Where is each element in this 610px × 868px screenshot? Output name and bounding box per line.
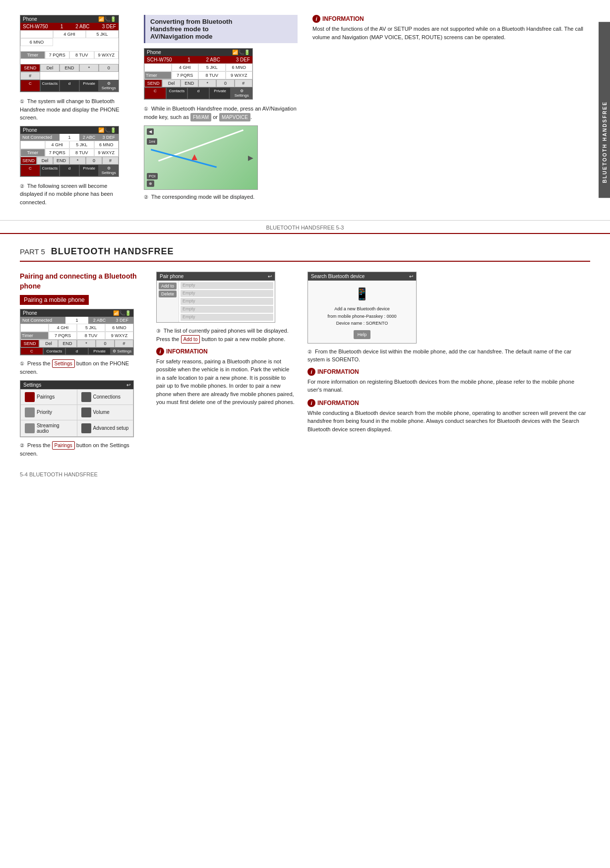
part-label: PART 5 bbox=[20, 247, 45, 256]
bl-2abc: 2 ABC bbox=[88, 317, 111, 324]
settings-close-icon[interactable]: ↩ bbox=[126, 382, 130, 388]
pm-5jkl: 5 JKL bbox=[198, 63, 226, 71]
top-col-middle: Converting from Bluetooth Handsfree mode… bbox=[144, 15, 298, 210]
subsection-label: Pairing a mobile phone bbox=[20, 295, 89, 305]
phone-2abc-1: 2 ABC bbox=[75, 24, 89, 29]
section-title: Pairing and connecting a Bluetooth phone bbox=[20, 272, 144, 291]
pairings-button[interactable]: Pairings bbox=[52, 441, 75, 450]
map-btn-zoom[interactable]: ⊕ bbox=[147, 180, 154, 187]
settings-advanced[interactable]: Advanced setup bbox=[77, 420, 133, 436]
nc-3def: 3 DEF bbox=[99, 134, 119, 141]
phone-ui-2: Phone 📶📞🔋 Not Connected 1 2 ABC 3 DEF 4 … bbox=[20, 126, 119, 177]
pm-1: 1 bbox=[187, 57, 190, 62]
nc-2abc: 2 ABC bbox=[79, 134, 99, 141]
top-step2-text: ② The following screen will become displ… bbox=[20, 182, 129, 207]
top-step1-text: ① The system will change to Bluetooth Ha… bbox=[20, 97, 129, 122]
pair-item-5: Empty bbox=[181, 314, 273, 321]
right-step1-text: From the Bluetooth device list within th… bbox=[307, 348, 571, 363]
pair-phone-header: Pair phone ↩ bbox=[157, 272, 275, 281]
settings-header-label: Settings bbox=[23, 382, 41, 388]
bl-star: * bbox=[77, 340, 96, 347]
phone-label-m: Phone bbox=[147, 50, 161, 55]
bl-timer: Timer 7 PQRS 8 TUV 9 WXYZ bbox=[20, 332, 133, 340]
bottom-section: PART 5 BLUETOOTH HANDSFREE Pairing and c… bbox=[0, 234, 610, 492]
settings-connections[interactable]: Connections bbox=[77, 390, 133, 405]
settings-volume[interactable]: Volume bbox=[77, 405, 133, 420]
pm-hash: # bbox=[235, 79, 252, 87]
info-title-text-1: INFORMATION bbox=[322, 15, 364, 22]
nc-8tuv: 8 TUV bbox=[69, 149, 94, 157]
delete-button[interactable]: Delete bbox=[159, 290, 177, 297]
phone-label-bl: Phone bbox=[23, 310, 37, 316]
phone-ui-bl: Phone 📶📞🔋 Not Connected 1 2 ABC 3 DEF 4 … bbox=[20, 309, 134, 355]
phone-header-1: Phone 📶📞🔋 bbox=[20, 15, 119, 23]
pair-phone-back-icon[interactable]: ↩ bbox=[268, 274, 272, 279]
fm-button[interactable]: FM/AM bbox=[190, 113, 211, 121]
cell-4ghi-1: 4 GHI bbox=[53, 30, 86, 38]
bl-contacts: Contacts bbox=[43, 347, 66, 355]
bl-e bbox=[20, 324, 49, 332]
step1-content: The system will change to Bluetooth Hand… bbox=[20, 98, 120, 120]
cell-0-1: 0 bbox=[99, 64, 119, 72]
phone-status-icons-1: 📶📞🔋 bbox=[98, 16, 116, 22]
map-voice-button[interactable]: MAPVOICE bbox=[219, 113, 250, 121]
settings-pairings[interactable]: Pairings bbox=[21, 390, 77, 405]
phone-3def-1: 3 DEF bbox=[102, 24, 116, 29]
phone-icons-m: 📶📞🔋 bbox=[232, 50, 250, 55]
mid-info-box: i INFORMATION For safety reasons, pairin… bbox=[156, 347, 295, 406]
mid-info-title-text: INFORMATION bbox=[166, 348, 208, 355]
map-btn-poi[interactable]: POI bbox=[147, 173, 158, 179]
bl-row1: 4 GHI 5 JKL 6 MNO bbox=[20, 324, 133, 332]
map-mockup: ◀ 1mi POI ⊕ ▲ ▶ bbox=[144, 125, 258, 190]
nc-6mno: 6 MNO bbox=[94, 141, 119, 149]
settings-button[interactable]: Settings bbox=[52, 359, 75, 368]
search-bt-back-icon[interactable]: ↩ bbox=[409, 274, 413, 279]
right-info-title-2: i INFORMATION bbox=[307, 399, 590, 407]
map-btn-back[interactable]: ◀ bbox=[147, 128, 154, 135]
connections-icon bbox=[81, 392, 91, 402]
bl-bottom: C Contacts d Private ⚙ Settings bbox=[20, 347, 133, 355]
bl-notconn: Not Connected 1 2 ABC 3 DEF bbox=[20, 317, 133, 324]
settings-streaming[interactable]: Streaming audio bbox=[21, 420, 77, 436]
top-col-left: Phone 📶📞🔋 SCH-W750 1 2 ABC 3 DEF 4 GHI 5… bbox=[20, 15, 129, 210]
bl-step-num-1: ① bbox=[20, 361, 24, 366]
pair-item-1: Empty bbox=[181, 282, 273, 289]
cell-9wxyz-1: 9 WXYZ bbox=[94, 51, 119, 59]
top-section: Phone 📶📞🔋 SCH-W750 1 2 ABC 3 DEF 4 GHI 5… bbox=[0, 0, 610, 221]
phone-header-2: Phone 📶📞🔋 bbox=[20, 126, 119, 134]
mid-step2: ② The corresponding mode will be display… bbox=[144, 193, 298, 201]
add-to-btn-inline[interactable]: Add to bbox=[181, 335, 200, 344]
phone-row-4-6-1: 4 GHI 5 JKL 6 MNO bbox=[20, 30, 119, 46]
step2-content: The following screen will become display… bbox=[20, 183, 113, 205]
bl-step1-t1: Press the bbox=[27, 360, 50, 366]
right-step1: ② From the Bluetooth device list within … bbox=[307, 347, 590, 364]
phone-num-1: 1 bbox=[61, 24, 63, 29]
info-icon-mid: i bbox=[156, 347, 164, 355]
priority-label: Priority bbox=[37, 409, 52, 415]
map-btn-1mi[interactable]: 1mi bbox=[147, 138, 157, 145]
phone-header-bl: Phone 📶📞🔋 bbox=[20, 309, 133, 317]
bl-end: END bbox=[58, 340, 77, 347]
pm-6mno: 6 MNO bbox=[226, 63, 253, 71]
pm-timer-row: Timer 7 PQRS 8 TUV 9 WXYZ bbox=[144, 71, 252, 79]
settings-priority[interactable]: Priority bbox=[21, 405, 77, 420]
three-col: Pairing and connecting a Bluetooth phone… bbox=[20, 272, 590, 462]
right-info-text-2: While conducting a Bluetooth device sear… bbox=[307, 409, 590, 434]
nc-0: 0 bbox=[86, 157, 102, 165]
not-conn-row: Not Connected 1 2 ABC 3 DEF bbox=[20, 134, 119, 141]
side-tab: BLUETOOTH HANDSFREE bbox=[599, 22, 610, 198]
converting-title: Converting from Bluetooth Handsfree mode… bbox=[150, 18, 293, 40]
phone-btn-row-1: SEND Del END * 0 # bbox=[20, 64, 119, 80]
bl-6mno: 6 MNO bbox=[105, 324, 133, 332]
search-bt-ui: Search Bluetooth device ↩ 📱 Add a new Bl… bbox=[307, 272, 417, 344]
pair-phone-ui: Pair phone ↩ Add to Delete Empty Empty E… bbox=[156, 272, 275, 323]
pm-private: Private bbox=[209, 87, 231, 99]
pm-del: Del bbox=[162, 79, 180, 87]
pm-7: 7 PQRS bbox=[172, 71, 199, 79]
add-to-button[interactable]: Add to bbox=[159, 283, 177, 289]
cell-timer-1: Timer bbox=[20, 51, 45, 59]
info-icon-1: i bbox=[312, 15, 320, 23]
bl-btn: SEND Del END * 0 # bbox=[20, 340, 133, 347]
help-button[interactable]: Help bbox=[354, 330, 371, 339]
bl-settings-btn[interactable]: ⚙ Settings bbox=[111, 347, 133, 355]
